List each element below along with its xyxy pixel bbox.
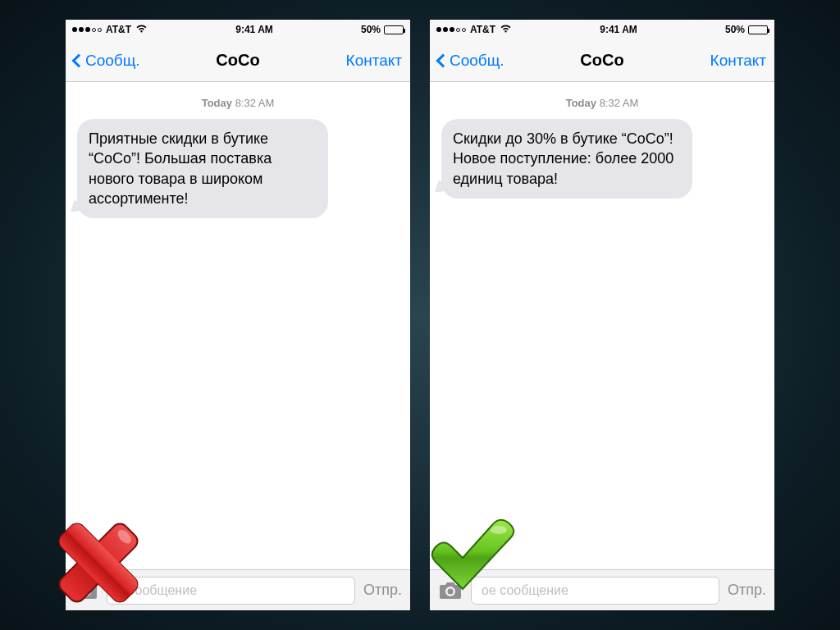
battery-icon [384, 25, 404, 34]
contact-button[interactable]: Контакт [710, 52, 766, 70]
chevron-left-icon [436, 53, 450, 67]
timestamp-time: 8:32 AM [235, 97, 275, 109]
battery-percent: 50% [725, 24, 745, 35]
status-time: 9:41 AM [235, 24, 273, 35]
svg-point-4 [491, 526, 507, 534]
back-label: Сообщ. [450, 52, 504, 70]
wifi-icon [500, 24, 512, 35]
conversation-title: CoCo [580, 51, 623, 70]
carrier-label: AT&T [470, 24, 495, 35]
wifi-icon [135, 24, 148, 35]
nav-bar: Сообщ. CoCo Контакт [66, 39, 410, 82]
signal-strength-icon [436, 27, 466, 32]
timestamp-day: Today [566, 97, 596, 109]
check-icon [413, 505, 528, 620]
incoming-message-bubble: Приятные скидки в бутике “CoCo”! Большая… [77, 119, 328, 218]
carrier-label: AT&T [106, 24, 131, 35]
back-button[interactable]: Сообщ. [438, 52, 504, 70]
timestamp-day: Today [202, 97, 232, 109]
battery-icon [748, 25, 768, 34]
incoming-message-bubble: Скидки до 30% в бутике “CoCo”! Новое пос… [441, 119, 692, 199]
status-right: 50% [725, 24, 768, 35]
nav-bar: Сообщ. CoCo Контакт [430, 39, 774, 82]
message-timestamp: Today 8:32 AM [77, 97, 399, 109]
timestamp-time: 8:32 AM [600, 97, 639, 109]
status-right: 50% [361, 24, 404, 35]
conversation-title: CoCo [216, 51, 259, 70]
status-left: AT&T [72, 24, 148, 35]
send-button[interactable]: Отпр. [363, 582, 402, 599]
phone-good-example: AT&T 9:41 AM 50% Сообщ. CoCo Контакт Tod… [430, 20, 774, 610]
message-timestamp: Today 8:32 AM [441, 97, 763, 109]
back-button[interactable]: Сообщ. [74, 52, 140, 70]
chevron-left-icon [72, 53, 86, 67]
cross-icon [41, 505, 156, 620]
phone-bad-example: AT&T 9:41 AM 50% Сообщ. CoCo Контакт Tod… [66, 20, 410, 610]
status-time: 9:41 AM [600, 24, 637, 35]
status-left: AT&T [436, 24, 512, 35]
conversation-area: Today 8:32 AM Приятные скидки в бутике “… [66, 82, 410, 569]
contact-button[interactable]: Контакт [346, 52, 402, 70]
status-bar: AT&T 9:41 AM 50% [430, 20, 774, 39]
back-label: Сообщ. [85, 52, 140, 70]
signal-strength-icon [72, 27, 102, 32]
status-bar: AT&T 9:41 AM 50% [66, 20, 410, 39]
send-button[interactable]: Отпр. [728, 582, 766, 599]
battery-percent: 50% [361, 24, 381, 35]
conversation-area: Today 8:32 AM Скидки до 30% в бутике “Co… [430, 82, 774, 569]
